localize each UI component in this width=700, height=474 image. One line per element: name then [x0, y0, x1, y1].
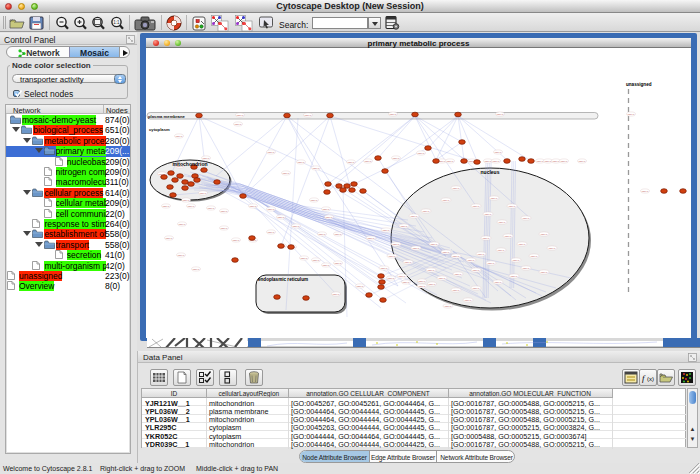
svg-text:(abc 1): (abc 1) — [267, 231, 274, 233]
svg-text:(abc 1): (abc 1) — [442, 199, 449, 201]
svg-text:(abc 1): (abc 1) — [202, 157, 209, 159]
svg-text:(abc 1): (abc 1) — [322, 208, 329, 210]
svg-text:(abc 1): (abc 1) — [277, 216, 284, 218]
svg-text:mitochondrion: mitochondrion — [173, 161, 208, 167]
svg-text:(abc 1): (abc 1) — [428, 283, 435, 285]
svg-text:(abc 1): (abc 1) — [417, 152, 424, 154]
svg-text:(abc 1): (abc 1) — [282, 172, 289, 174]
svg-text:(abc 1): (abc 1) — [641, 190, 648, 192]
svg-text:(abc 1): (abc 1) — [522, 217, 529, 219]
svg-text:(abc 1): (abc 1) — [438, 277, 445, 279]
svg-text:(abc 1): (abc 1) — [454, 273, 461, 275]
svg-text:(abc 1): (abc 1) — [322, 264, 329, 266]
svg-text:(abc 1): (abc 1) — [182, 199, 189, 201]
svg-text:(abc 1): (abc 1) — [472, 269, 479, 271]
svg-text:(abc 1): (abc 1) — [430, 243, 437, 245]
svg-text:(abc 1): (abc 1) — [178, 223, 185, 225]
svg-text:(abc 1): (abc 1) — [382, 229, 389, 231]
svg-text:(abc 1): (abc 1) — [398, 275, 405, 277]
svg-text:(abc 1): (abc 1) — [402, 281, 409, 283]
svg-text:nucleus: nucleus — [481, 169, 500, 175]
svg-text:(abc 1): (abc 1) — [332, 293, 339, 295]
svg-text:(abc 1): (abc 1) — [207, 207, 214, 209]
svg-text:(abc 1): (abc 1) — [334, 262, 341, 264]
svg-text:(abc 1): (abc 1) — [175, 135, 182, 137]
svg-text:(abc 1): (abc 1) — [410, 215, 417, 217]
svg-text:(abc 1): (abc 1) — [312, 167, 319, 169]
svg-text:(abc 1): (abc 1) — [484, 213, 491, 215]
svg-text:(abc 1): (abc 1) — [467, 259, 474, 261]
svg-text:(abc 1): (abc 1) — [392, 157, 399, 159]
svg-text:(abc 1): (abc 1) — [477, 253, 484, 255]
svg-text:(abc 1): (abc 1) — [165, 237, 172, 239]
svg-text:(abc 1): (abc 1) — [387, 277, 394, 279]
svg-text:(abc 1): (abc 1) — [510, 275, 517, 277]
svg-text:(abc 1): (abc 1) — [487, 262, 494, 264]
svg-text:(abc 1): (abc 1) — [304, 114, 311, 116]
svg-text:(abc 1): (abc 1) — [464, 299, 471, 301]
svg-text:f: f — [642, 373, 646, 383]
svg-text:(abc 1): (abc 1) — [494, 281, 501, 283]
svg-text:(abc 1): (abc 1) — [162, 205, 169, 207]
svg-text:(abc 1): (abc 1) — [536, 160, 543, 162]
svg-text:plasma membrane: plasma membrane — [148, 114, 185, 119]
svg-text:(abc 1): (abc 1) — [422, 210, 429, 212]
svg-text:(abc 1): (abc 1) — [292, 225, 299, 227]
svg-text:(abc 1): (abc 1) — [392, 243, 399, 245]
svg-text:(abc 1): (abc 1) — [199, 192, 206, 194]
svg-text:(abc 1): (abc 1) — [484, 160, 491, 162]
svg-text:(abc 1): (abc 1) — [427, 269, 434, 271]
svg-text:(abc 1): (abc 1) — [490, 197, 497, 199]
svg-text:(abc 1): (abc 1) — [347, 161, 354, 163]
svg-text:(abc 1): (abc 1) — [367, 237, 374, 239]
svg-text:(abc 1): (abc 1) — [518, 243, 525, 245]
svg-text:(abc 1): (abc 1) — [482, 237, 489, 239]
svg-text:(abc 1): (abc 1) — [334, 233, 341, 235]
svg-text:1:1: 1:1 — [113, 20, 120, 25]
svg-text:(abc 1): (abc 1) — [548, 247, 555, 249]
svg-text:(abc 1): (abc 1) — [388, 255, 395, 257]
svg-text:(abc 1): (abc 1) — [494, 151, 501, 153]
svg-text:(abc 1): (abc 1) — [236, 114, 243, 116]
svg-text:(abc 1): (abc 1) — [452, 255, 459, 257]
svg-text:(abc 1): (abc 1) — [312, 259, 319, 261]
svg-text:(abc 1): (abc 1) — [544, 160, 551, 162]
svg-text:(abc 1): (abc 1) — [232, 239, 239, 241]
svg-text:(abc 1): (abc 1) — [380, 267, 387, 269]
svg-text:(abc 1): (abc 1) — [220, 227, 227, 229]
svg-text:(abc 1): (abc 1) — [267, 151, 274, 153]
svg-text:(abc 1): (abc 1) — [512, 259, 519, 261]
svg-text:(abc 1): (abc 1) — [560, 160, 567, 162]
svg-text:(abc 1): (abc 1) — [552, 160, 559, 162]
svg-text:(abc 1): (abc 1) — [220, 210, 227, 212]
svg-text:(abc 1): (abc 1) — [300, 257, 307, 259]
svg-text:(abc 1): (abc 1) — [446, 160, 453, 162]
svg-text:cytoplasm: cytoplasm — [149, 127, 170, 132]
svg-text:(abc 1): (abc 1) — [540, 233, 547, 235]
svg-text:(abc 1): (abc 1) — [492, 160, 499, 162]
svg-text:(abc 1): (abc 1) — [404, 261, 411, 263]
svg-text:(abc 1): (abc 1) — [234, 123, 241, 125]
svg-text:(abc 1): (abc 1) — [418, 285, 425, 287]
svg-text:(abc 1): (abc 1) — [442, 251, 449, 253]
svg-text:(abc 1): (abc 1) — [364, 160, 371, 162]
svg-text:(abc 1): (abc 1) — [389, 113, 396, 115]
svg-text:(abc 1): (abc 1) — [249, 205, 256, 207]
svg-text:endoplasmic reticulum: endoplasmic reticulum — [258, 277, 308, 282]
svg-text:(abc 1): (abc 1) — [356, 285, 363, 287]
svg-text:(abc 1): (abc 1) — [530, 255, 537, 257]
svg-text:(abc 1): (abc 1) — [310, 199, 317, 201]
svg-text:(abc 1): (abc 1) — [267, 208, 274, 210]
svg-text:(abc 1): (abc 1) — [325, 216, 332, 218]
svg-text:(abc 1): (abc 1) — [578, 160, 585, 162]
svg-text:(abc 1): (abc 1) — [400, 225, 407, 227]
svg-text:(abc 1): (abc 1) — [504, 235, 511, 237]
svg-text:(abc 1): (abc 1) — [192, 268, 199, 270]
svg-text:(abc 1): (abc 1) — [497, 249, 504, 251]
svg-text:(abc 1): (abc 1) — [418, 280, 425, 282]
svg-text:(abc 1): (abc 1) — [318, 233, 325, 235]
svg-text:(x): (x) — [647, 376, 654, 382]
svg-text:(abc 1): (abc 1) — [297, 161, 304, 163]
svg-text:(abc 1): (abc 1) — [496, 113, 503, 115]
svg-text:(abc 1): (abc 1) — [187, 205, 194, 207]
